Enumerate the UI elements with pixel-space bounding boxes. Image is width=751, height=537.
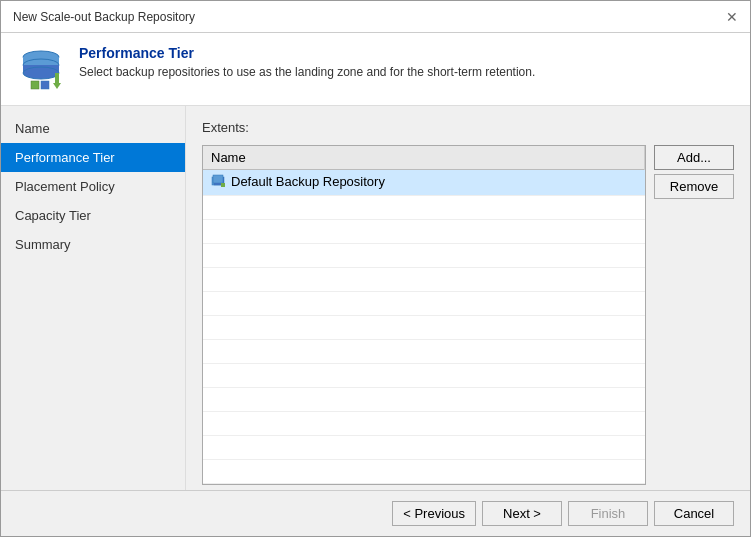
- table-row-empty-10: [203, 412, 645, 436]
- title-bar: New Scale-out Backup Repository ✕: [1, 1, 750, 33]
- table-row-empty-6: [203, 316, 645, 340]
- table-row-empty-4: [203, 268, 645, 292]
- sidebar-item-performance-tier[interactable]: Performance Tier: [1, 143, 185, 172]
- svg-point-4: [23, 67, 59, 79]
- extents-area: Name: [202, 145, 734, 485]
- sidebar: Name Performance Tier Placement Policy C…: [1, 106, 186, 490]
- table-row-empty-12: [203, 460, 645, 484]
- next-button[interactable]: Next >: [482, 501, 562, 526]
- svg-rect-12: [221, 183, 225, 187]
- close-button[interactable]: ✕: [726, 10, 738, 24]
- table-row-empty-5: [203, 292, 645, 316]
- repo-name: Default Backup Repository: [231, 174, 385, 189]
- previous-button[interactable]: < Previous: [392, 501, 476, 526]
- extents-table: Name: [203, 146, 645, 484]
- table-row-empty-8: [203, 364, 645, 388]
- svg-rect-7: [31, 81, 39, 89]
- svg-rect-5: [55, 73, 59, 83]
- sidebar-item-placement-policy[interactable]: Placement Policy: [1, 172, 185, 201]
- header-icon: [17, 45, 65, 93]
- cancel-button[interactable]: Cancel: [654, 501, 734, 526]
- main-content: Extents: Name: [186, 106, 750, 490]
- repository-icon: [211, 173, 227, 189]
- extents-table-container: Name: [202, 145, 646, 485]
- table-cell-name: Default Backup Repository: [203, 170, 645, 196]
- svg-rect-11: [213, 175, 223, 183]
- extents-label: Extents:: [202, 120, 734, 135]
- content-area: Name Performance Tier Placement Policy C…: [1, 106, 750, 490]
- sidebar-item-name[interactable]: Name: [1, 114, 185, 143]
- table-row-empty-2: [203, 220, 645, 244]
- table-row-empty-7: [203, 340, 645, 364]
- header-section: Performance Tier Select backup repositor…: [1, 33, 750, 106]
- header-description: Select backup repositories to use as the…: [79, 65, 535, 79]
- table-row[interactable]: Default Backup Repository: [203, 170, 645, 196]
- sidebar-item-summary[interactable]: Summary: [1, 230, 185, 259]
- table-row-empty-11: [203, 436, 645, 460]
- header-title: Performance Tier: [79, 45, 535, 61]
- header-text: Performance Tier Select backup repositor…: [79, 45, 535, 79]
- repo-icon: Default Backup Repository: [211, 173, 385, 189]
- svg-rect-8: [41, 81, 49, 89]
- table-header-row: Name: [203, 146, 645, 170]
- svg-marker-6: [53, 83, 61, 89]
- add-button[interactable]: Add...: [654, 145, 734, 170]
- table-row-empty-9: [203, 388, 645, 412]
- table-row-empty-3: [203, 244, 645, 268]
- action-buttons: Add... Remove: [654, 145, 734, 485]
- finish-button[interactable]: Finish: [568, 501, 648, 526]
- footer: < Previous Next > Finish Cancel: [1, 490, 750, 536]
- column-header-name: Name: [203, 146, 645, 170]
- sidebar-item-capacity-tier[interactable]: Capacity Tier: [1, 201, 185, 230]
- table-row-empty-1: [203, 196, 645, 220]
- dialog: New Scale-out Backup Repository ✕ Perfor…: [0, 0, 751, 537]
- remove-button[interactable]: Remove: [654, 174, 734, 199]
- dialog-title: New Scale-out Backup Repository: [13, 10, 195, 24]
